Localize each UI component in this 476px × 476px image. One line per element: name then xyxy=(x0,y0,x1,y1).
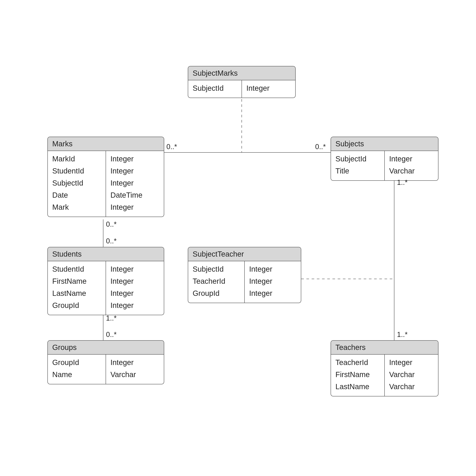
entity-students: Students StudentId FirstName LastName Gr… xyxy=(47,247,164,315)
field-type: Integer xyxy=(389,153,434,165)
entity-title: Students xyxy=(48,247,164,261)
entity-subjects: Subjects SubjectId Title Integer Varchar xyxy=(331,137,439,181)
field-type: Integer xyxy=(110,201,159,213)
entity-teachers: Teachers TeacherId FirstName LastName In… xyxy=(331,340,439,396)
erd-canvas: SubjectMarks SubjectId Integer Marks Mar… xyxy=(0,0,476,476)
field-name: TeacherId xyxy=(193,275,240,287)
entity-groups: Groups GroupId Name Integer Varchar xyxy=(47,340,164,384)
field-type: Varchar xyxy=(389,369,434,381)
field-name: MarkId xyxy=(52,153,101,165)
entity-title: Groups xyxy=(48,341,164,355)
entity-title: Subjects xyxy=(331,137,438,151)
field-name: GroupId xyxy=(52,299,101,311)
field-type: Integer xyxy=(110,165,159,177)
field-type: Integer xyxy=(110,177,159,189)
field-type: DateTime xyxy=(110,189,159,201)
field-name: GroupId xyxy=(193,287,240,299)
field-type: Integer xyxy=(110,153,159,165)
entity-title: SubjectTeacher xyxy=(188,247,301,261)
field-type: Integer xyxy=(110,263,159,275)
field-type: Varchar xyxy=(389,381,434,393)
field-name: Date xyxy=(52,189,101,201)
field-type: Integer xyxy=(110,287,159,299)
field-name: TeacherId xyxy=(335,357,380,369)
entity-title: Teachers xyxy=(331,341,438,355)
entity-title: SubjectMarks xyxy=(188,66,295,80)
multiplicity-label: 0..* xyxy=(106,220,117,228)
field-type: Integer xyxy=(249,287,296,299)
field-name: SubjectId xyxy=(52,177,101,189)
multiplicity-label: 0..* xyxy=(106,331,117,339)
field-name: SubjectId xyxy=(193,263,240,275)
field-type: Integer xyxy=(246,82,291,94)
field-name: SubjectId xyxy=(335,153,380,165)
multiplicity-label: 0..* xyxy=(166,143,177,151)
field-name: FirstName xyxy=(52,275,101,287)
field-name: FirstName xyxy=(335,369,380,381)
field-name: Title xyxy=(335,165,380,177)
field-name: SubjectId xyxy=(193,82,237,94)
field-name: GroupId xyxy=(52,357,101,369)
field-name: StudentId xyxy=(52,263,101,275)
field-name: Mark xyxy=(52,201,101,213)
field-type: Integer xyxy=(249,275,296,287)
field-type: Integer xyxy=(110,299,159,311)
field-name: StudentId xyxy=(52,165,101,177)
entity-subjectteacher: SubjectTeacher SubjectId TeacherId Group… xyxy=(188,247,301,303)
multiplicity-label: 1..* xyxy=(397,331,408,339)
field-name: LastName xyxy=(52,287,101,299)
field-type: Integer xyxy=(110,275,159,287)
field-type: Integer xyxy=(110,357,159,369)
field-type: Integer xyxy=(249,263,296,275)
field-name: Name xyxy=(52,369,101,381)
entity-title: Marks xyxy=(48,137,164,151)
field-type: Varchar xyxy=(110,369,159,381)
multiplicity-label: 0..* xyxy=(106,237,117,245)
field-name: LastName xyxy=(335,381,380,393)
multiplicity-label: 1..* xyxy=(106,314,117,322)
field-type: Varchar xyxy=(389,165,434,177)
multiplicity-label: 1..* xyxy=(397,178,408,187)
entity-marks: Marks MarkId StudentId SubjectId Date Ma… xyxy=(47,137,164,217)
field-type: Integer xyxy=(389,357,434,369)
multiplicity-label: 0..* xyxy=(315,143,326,151)
entity-subjectmarks: SubjectMarks SubjectId Integer xyxy=(188,66,296,98)
